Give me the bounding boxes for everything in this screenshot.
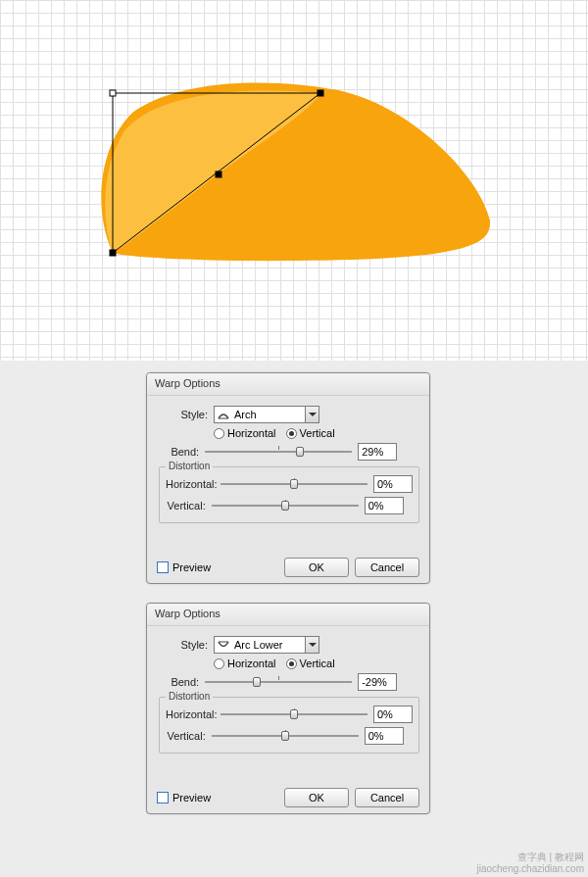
radio-label: Horizontal <box>227 427 276 439</box>
chevron-down-icon <box>305 407 318 422</box>
artwork-svg <box>0 0 588 361</box>
dist-v-label: Vertical: <box>166 500 212 512</box>
dialog-title: Warp Options <box>147 373 429 396</box>
dist-h-input[interactable] <box>373 475 413 493</box>
style-value: Arch <box>232 409 305 420</box>
ok-button[interactable]: OK <box>284 788 349 807</box>
handle-tl[interactable] <box>110 90 116 96</box>
style-value: Arc Lower <box>232 639 305 651</box>
handle-bl[interactable] <box>110 250 116 256</box>
bend-slider[interactable] <box>205 674 352 690</box>
distortion-legend: Distortion <box>166 691 213 702</box>
dist-v-slider[interactable] <box>212 728 359 744</box>
dist-h-label: Horizontal: <box>166 708 220 720</box>
radio-label: Vertical <box>300 427 335 439</box>
watermark: 查字典 | 教程网 jiaocheng.chazidian.com <box>476 852 584 875</box>
bend-label: Bend: <box>159 676 205 688</box>
style-label: Style: <box>159 639 214 651</box>
arch-icon <box>215 409 232 420</box>
preview-label: Preview <box>172 561 211 573</box>
arc-lower-icon <box>215 639 232 651</box>
chevron-down-icon <box>305 637 318 653</box>
warp-options-dialog: Warp Options Style: Arch Horizontal Vert… <box>146 372 430 584</box>
preview-checkbox[interactable]: Preview <box>157 561 211 573</box>
handle-mid[interactable] <box>216 171 221 177</box>
style-label: Style: <box>159 409 214 420</box>
preview-label: Preview <box>172 792 211 804</box>
radio-label: Vertical <box>300 658 335 669</box>
bend-input[interactable] <box>358 443 397 461</box>
style-dropdown[interactable]: Arc Lower <box>214 636 319 654</box>
orientation-vertical-radio[interactable]: Vertical <box>286 427 335 439</box>
dist-h-slider[interactable] <box>220 706 368 722</box>
handle-tr[interactable] <box>318 90 323 96</box>
ok-button[interactable]: OK <box>284 558 349 577</box>
artboard <box>0 0 588 361</box>
preview-checkbox[interactable]: Preview <box>157 792 211 804</box>
dist-h-label: Horizontal: <box>166 478 220 490</box>
radio-label: Horizontal <box>227 658 276 669</box>
orientation-horizontal-radio[interactable]: Horizontal <box>214 658 276 669</box>
dist-h-input[interactable] <box>373 706 413 723</box>
dialog-area: Warp Options Style: Arch Horizontal Vert… <box>0 361 588 877</box>
warp-options-dialog: Warp Options Style: Arc Lower Horizontal… <box>146 603 430 814</box>
cancel-button[interactable]: Cancel <box>355 558 419 577</box>
cancel-button[interactable]: Cancel <box>355 788 419 807</box>
orientation-vertical-radio[interactable]: Vertical <box>286 658 335 669</box>
dialog-title: Warp Options <box>147 604 429 626</box>
bend-slider[interactable] <box>205 444 352 460</box>
distortion-legend: Distortion <box>166 461 213 471</box>
bend-input[interactable] <box>358 673 397 691</box>
dist-v-input[interactable] <box>365 497 404 514</box>
bend-label: Bend: <box>159 446 205 458</box>
dist-h-slider[interactable] <box>220 476 368 492</box>
dist-v-input[interactable] <box>365 727 404 745</box>
dist-v-slider[interactable] <box>212 498 359 513</box>
style-dropdown[interactable]: Arch <box>214 406 319 423</box>
orientation-horizontal-radio[interactable]: Horizontal <box>214 427 276 439</box>
dist-v-label: Vertical: <box>166 730 212 742</box>
